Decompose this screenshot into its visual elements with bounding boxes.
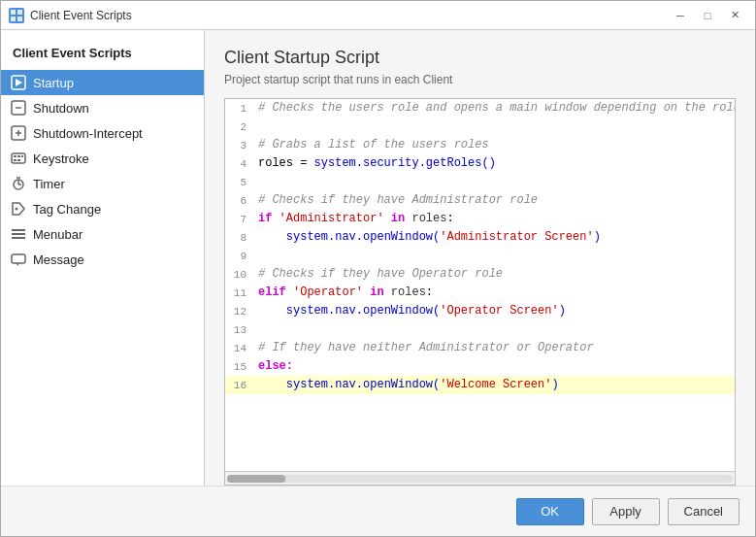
code-line: 15else: (225, 357, 735, 376)
svg-rect-25 (12, 237, 25, 239)
horizontal-scrollbar[interactable] (225, 471, 735, 485)
svg-rect-12 (14, 155, 16, 157)
line-content: system.nav.openWindow('Administrator Scr… (254, 228, 735, 247)
line-number: 6 (225, 191, 254, 210)
line-content: # Checks if they have Administrator role (254, 191, 735, 210)
sidebar-item-menubar[interactable]: Menubar (1, 221, 204, 247)
svg-rect-16 (17, 159, 20, 161)
svg-rect-11 (12, 153, 25, 163)
keystroke-icon (11, 151, 26, 166)
line-number: 1 (225, 99, 254, 117)
message-icon (11, 252, 26, 267)
svg-rect-24 (12, 233, 25, 235)
line-number: 5 (225, 173, 254, 191)
sidebar-label-timer: Timer (33, 177, 65, 191)
line-content: roles = system.security.getRoles() (254, 154, 735, 173)
sidebar-item-message[interactable]: Message (1, 247, 204, 272)
code-editor-wrapper: 1# Checks the users role and opens a mai… (224, 98, 736, 486)
sidebar-label-menubar: Menubar (33, 227, 82, 242)
sidebar-item-startup[interactable]: Startup (1, 70, 204, 95)
line-number: 2 (225, 117, 254, 136)
line-number: 15 (225, 357, 254, 376)
main-panel: Client Startup Script Project startup sc… (205, 30, 755, 486)
svg-rect-23 (12, 229, 25, 231)
line-number: 8 (225, 228, 254, 247)
titlebar: Client Event Scripts ─ □ ✕ (1, 1, 755, 30)
footer: OK Apply Cancel (1, 486, 755, 536)
titlebar-controls: ─ □ ✕ (668, 6, 747, 25)
menubar-icon (11, 226, 26, 242)
line-content: else: (254, 357, 735, 376)
sidebar-label-keystroke: Keystroke (33, 151, 89, 166)
sidebar-label-message: Message (33, 252, 84, 267)
line-content (254, 173, 735, 191)
line-number: 4 (225, 154, 254, 173)
sidebar-item-timer[interactable]: Timer (1, 171, 204, 196)
code-line: 13 (225, 320, 735, 339)
line-number: 13 (225, 320, 254, 339)
line-content: if 'Administrator' in roles: (254, 210, 735, 228)
svg-rect-26 (12, 254, 25, 263)
close-button[interactable]: ✕ (722, 6, 747, 25)
sidebar-label-startup: Startup (33, 76, 74, 90)
line-content (254, 247, 735, 265)
startup-icon (11, 75, 26, 90)
line-content: # Checks the users role and opens a main… (254, 99, 735, 117)
sidebar-title: Client Event Scripts (1, 40, 204, 70)
page-subtitle: Project startup script that runs in each… (224, 73, 736, 86)
scrollbar-track (227, 475, 733, 483)
svg-rect-14 (21, 155, 23, 157)
svg-rect-3 (17, 17, 22, 21)
svg-marker-21 (13, 203, 24, 215)
shutdown-intercept-icon (11, 125, 26, 141)
line-content: # Grabs a list of the users roles (254, 136, 735, 154)
titlebar-left: Client Event Scripts (9, 8, 132, 23)
line-number: 7 (225, 210, 254, 228)
line-content: system.nav.openWindow('Operator Screen') (254, 302, 735, 320)
code-editor[interactable]: 1# Checks the users role and opens a mai… (225, 99, 735, 471)
svg-rect-0 (11, 10, 16, 15)
code-line: 14# If they have neither Administrator o… (225, 339, 735, 357)
sidebar-item-shutdown[interactable]: Shutdown (1, 95, 204, 120)
window-title: Client Event Scripts (30, 9, 132, 22)
code-line: 12 system.nav.openWindow('Operator Scree… (225, 302, 735, 320)
sidebar-label-shutdown: Shutdown (33, 101, 89, 116)
code-line: 3# Grabs a list of the users roles (225, 136, 735, 154)
line-content: # If they have neither Administrator or … (254, 339, 735, 357)
sidebar: Client Event Scripts Startup Shutdown Sh… (1, 30, 205, 486)
sidebar-item-shutdown-intercept[interactable]: Shutdown-Intercept (1, 120, 204, 146)
code-line: 9 (225, 247, 735, 265)
code-line: 4roles = system.security.getRoles() (225, 154, 735, 173)
scrollbar-thumb[interactable] (227, 475, 285, 483)
maximize-button[interactable]: □ (695, 6, 720, 25)
timer-icon (11, 176, 26, 191)
line-number: 11 (225, 284, 254, 302)
app-icon (9, 8, 24, 23)
main-window: Client Event Scripts ─ □ ✕ Client Event … (0, 0, 756, 537)
line-number: 10 (225, 265, 254, 284)
svg-rect-13 (17, 155, 20, 157)
sidebar-label-tag-change: Tag Change (33, 202, 101, 217)
svg-marker-5 (16, 79, 22, 86)
code-line: 6# Checks if they have Administrator rol… (225, 191, 735, 210)
ok-button[interactable]: OK (516, 498, 584, 525)
minimize-button[interactable]: ─ (668, 6, 693, 25)
line-content: elif 'Operator' in roles: (254, 284, 735, 302)
line-number: 14 (225, 339, 254, 357)
code-line: 5 (225, 173, 735, 191)
svg-rect-15 (14, 159, 16, 161)
sidebar-item-keystroke[interactable]: Keystroke (1, 146, 204, 171)
cancel-button[interactable]: Cancel (668, 498, 740, 525)
code-line: 2 (225, 117, 735, 136)
apply-button[interactable]: Apply (592, 498, 660, 525)
svg-rect-1 (17, 10, 22, 15)
tag-change-icon (11, 201, 26, 217)
line-content (254, 320, 735, 339)
sidebar-item-tag-change[interactable]: Tag Change (1, 196, 204, 221)
line-content: system.nav.openWindow('Welcome Screen') (254, 376, 735, 394)
code-line: 16 system.nav.openWindow('Welcome Screen… (225, 376, 735, 394)
line-content (254, 117, 735, 136)
shutdown-icon (11, 100, 26, 116)
line-number: 9 (225, 247, 254, 265)
line-content: # Checks if they have Operator role (254, 265, 735, 284)
